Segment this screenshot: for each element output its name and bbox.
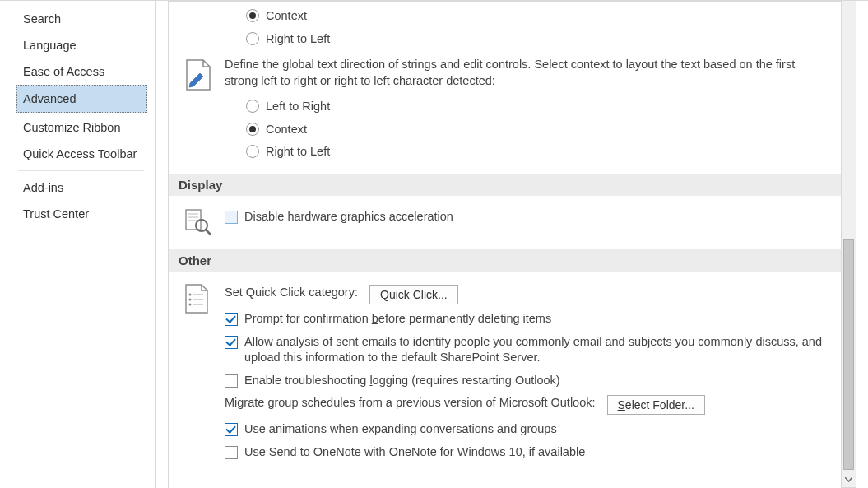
- checkbox-label: Use Send to OneNote with OneNote for Win…: [244, 444, 585, 461]
- radio-icon: [246, 145, 259, 158]
- sidebar: Search Language Ease of Access Advanced …: [0, 1, 156, 488]
- checkbox-icon: [225, 423, 238, 436]
- radio-icon: [246, 9, 259, 22]
- bidi-global-block: Define the global text direction of stri…: [169, 57, 841, 170]
- icon-col: [183, 206, 225, 239]
- svg-point-8: [189, 298, 192, 300]
- spacer: [183, 5, 225, 50]
- sidebar-item-add-ins[interactable]: Add-ins: [0, 174, 155, 201]
- sidebar-divider: [18, 170, 144, 171]
- options-panel: Context Right to Left: [168, 1, 842, 488]
- checkbox-icon: [225, 446, 238, 459]
- checkbox-label: Disable hardware graphics acceleration: [244, 209, 453, 225]
- radio-context-global[interactable]: Context: [246, 119, 829, 142]
- scrollbar[interactable]: [842, 1, 856, 488]
- sidebar-item-quick-access-toolbar[interactable]: Quick Access Toolbar: [0, 141, 155, 167]
- content-area: Context Right to Left: [156, 1, 868, 488]
- radio-context[interactable]: Context: [246, 5, 829, 28]
- checkbox-icon: [225, 336, 238, 349]
- radio-right-to-left[interactable]: Right to Left: [246, 28, 829, 51]
- sidebar-item-advanced[interactable]: Advanced: [16, 85, 147, 113]
- radio-label: Context: [266, 122, 307, 138]
- radio-icon: [246, 32, 259, 45]
- checkbox-icon: [225, 211, 238, 224]
- quick-click-label: Set Quick Click category:: [225, 285, 358, 301]
- chevron-down-icon: [845, 477, 852, 482]
- options-dialog: Search Language Ease of Access Advanced …: [0, 0, 868, 488]
- bidi-global-description: Define the global text direction of stri…: [225, 57, 829, 95]
- checkbox-prompt-delete[interactable]: Prompt for confirmation before permanent…: [225, 308, 829, 331]
- checkbox-label: Enable troubleshooting logging (requires…: [244, 373, 560, 389]
- checkbox-icon: [225, 374, 238, 388]
- checkbox-icon: [225, 313, 238, 326]
- section-header-display: Display: [169, 174, 841, 196]
- svg-point-10: [189, 303, 192, 305]
- radio-icon: [246, 123, 259, 136]
- bidi-top-block: Context Right to Left: [169, 2, 841, 57]
- svg-line-5: [206, 230, 211, 235]
- document-list-icon: [183, 283, 210, 314]
- scroll-down-button[interactable]: [842, 472, 856, 487]
- svg-point-6: [189, 293, 192, 295]
- radio-label: Right to Left: [266, 31, 330, 48]
- sidebar-item-customize-ribbon[interactable]: Customize Ribbon: [0, 114, 155, 141]
- document-magnify-icon: [183, 207, 213, 237]
- checkbox-troubleshoot-logging[interactable]: Enable troubleshooting logging (requires…: [225, 369, 829, 393]
- migrate-row: Migrate group schedules from a previous …: [225, 392, 829, 418]
- display-block: Disable hardware graphics acceleration: [169, 206, 841, 246]
- radio-icon: [246, 100, 259, 113]
- checkbox-label: Use animations when expanding conversati…: [244, 421, 557, 438]
- other-block: Set Quick Click category: Quick Click...…: [169, 281, 841, 470]
- radio-label: Right to Left: [266, 144, 330, 160]
- checkbox-use-animations[interactable]: Use animations when expanding conversati…: [225, 418, 829, 441]
- checkbox-allow-analysis[interactable]: Allow analysis of sent emails to identif…: [225, 331, 829, 369]
- quick-click-row: Set Quick Click category: Quick Click...: [225, 281, 829, 308]
- icon-col: [183, 281, 225, 463]
- quick-click-button[interactable]: Quick Click...: [369, 285, 458, 304]
- checkbox-label: Allow analysis of sent emails to identif…: [244, 334, 829, 366]
- sidebar-item-search[interactable]: Search: [0, 6, 155, 32]
- migrate-label: Migrate group schedules from a previous …: [225, 395, 596, 411]
- scrollbar-thumb[interactable]: [843, 239, 854, 470]
- sidebar-item-trust-center[interactable]: Trust Center: [0, 201, 155, 227]
- checkbox-disable-hw-graphics[interactable]: Disable hardware graphics acceleration: [225, 206, 829, 229]
- section-header-other: Other: [169, 249, 841, 272]
- sidebar-item-ease-of-access[interactable]: Ease of Access: [0, 58, 155, 85]
- radio-left-to-right[interactable]: Left to Right: [246, 95, 829, 119]
- radio-label: Context: [266, 8, 307, 25]
- radio-right-to-left-global[interactable]: Right to Left: [246, 141, 829, 164]
- checkbox-label: Prompt for confirmation before permanent…: [244, 311, 551, 328]
- checkbox-onenote[interactable]: Use Send to OneNote with OneNote for Win…: [225, 441, 829, 464]
- radio-label: Left to Right: [266, 99, 330, 115]
- document-pencil-icon: [183, 58, 213, 91]
- icon-col: [183, 57, 225, 164]
- sidebar-item-language[interactable]: Language: [0, 32, 155, 58]
- select-folder-button[interactable]: Select Folder...: [607, 395, 705, 415]
